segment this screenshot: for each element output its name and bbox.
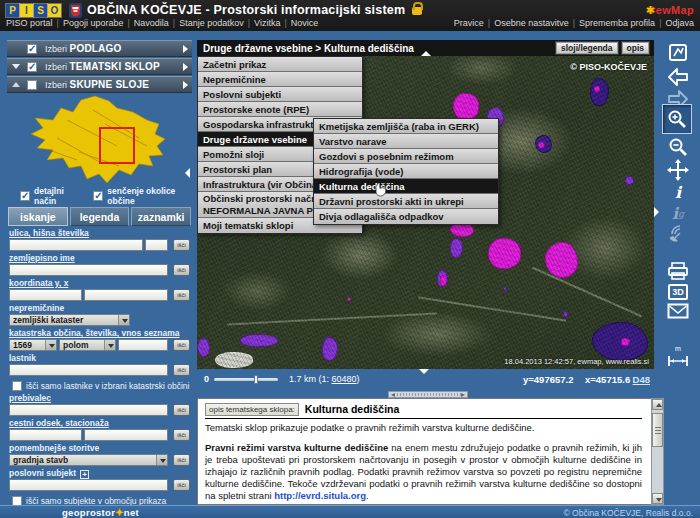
user-nav-link[interactable]: Sprememba profila [579, 18, 655, 30]
cadastral-search-button[interactable]: išči [173, 339, 190, 351]
top-nav-link[interactable]: Stanje podatkov [179, 18, 244, 30]
menu-item[interactable]: Začetni prikaz [198, 57, 362, 72]
owner-filter-checkbox[interactable] [12, 381, 22, 391]
geoprostor-logo[interactable]: geoprostor✦net [62, 507, 139, 518]
resident-search-button[interactable]: išči [173, 404, 190, 416]
description-button[interactable]: opis [622, 42, 649, 54]
coordinate-x-input[interactable] [84, 289, 168, 301]
scroll-right-icon[interactable] [461, 393, 465, 397]
menu-item[interactable]: Prostorske enote (RPE) [198, 102, 362, 117]
sidebar-section-skupni-sloji[interactable]: Izberi SKUPNE SLOJE [7, 76, 192, 93]
zoom-slider-track[interactable] [214, 378, 278, 381]
business-search-button[interactable]: išči [173, 479, 190, 491]
coordinate-y-input[interactable] [9, 289, 82, 301]
tematski-sklop-checkbox[interactable] [27, 62, 37, 72]
tab-iskanje[interactable]: iskanje [8, 207, 68, 226]
menu-item[interactable]: Poslovni subjekti [198, 87, 362, 102]
top-nav-link[interactable]: PISO portal [6, 18, 53, 30]
top-nav-link[interactable]: Navodila [134, 18, 169, 30]
scroll-up-icon[interactable] [652, 399, 663, 410]
road-section-label[interactable]: cestni odsek, stacionaža [9, 419, 190, 428]
cadastral-code-select[interactable]: 1569 [9, 339, 57, 351]
road-search-button[interactable]: išči [173, 429, 190, 441]
user-nav-link[interactable]: Pravice [454, 18, 484, 30]
podlaga-checkbox[interactable] [27, 44, 37, 54]
submenu-item[interactable]: Divja odlagališča odpadkov [314, 209, 498, 224]
map-viewport[interactable]: © PISO-KOČEVJE 18.04.2013 12:42:57, ewma… [197, 56, 654, 369]
resident-input[interactable] [9, 404, 168, 416]
sidebar-collapse-handle[interactable] [185, 168, 190, 178]
tab-zaznamki[interactable]: zaznamki [131, 207, 191, 226]
overview-tool-button[interactable] [666, 41, 690, 65]
submenu-item[interactable]: Kulturna dediščina [314, 179, 498, 194]
coordinate-search-label[interactable]: koordinata y, x [9, 279, 190, 288]
submenu-item[interactable]: Državni prostorski akti in ukrepi [314, 194, 498, 209]
geoname-search-label[interactable]: zemljepisno ime [9, 254, 190, 263]
horizontal-resize-handle[interactable] [388, 391, 468, 398]
business-input[interactable] [9, 479, 168, 491]
house-number-input[interactable] [145, 239, 168, 251]
piso-logo-letter: S [34, 4, 47, 17]
gps-tool-button[interactable] [666, 221, 690, 245]
business-filter-checkbox[interactable] [12, 496, 22, 506]
owner-search-button[interactable]: išči [173, 364, 190, 376]
mail-link-button[interactable] [666, 299, 690, 323]
measure-tool-button[interactable]: m [666, 346, 690, 370]
street-input[interactable] [9, 239, 143, 251]
tab-legenda[interactable]: legenda [70, 207, 130, 226]
sidebar-section-podlaga[interactable]: Izberi PODLAGO [7, 40, 192, 57]
owner-input[interactable] [9, 364, 168, 376]
top-nav-link[interactable]: Novice [291, 18, 319, 30]
resident-label[interactable]: prebivalec [9, 394, 190, 403]
top-nav-link[interactable]: Pogoji uporabe [63, 18, 124, 30]
expand-icon[interactable] [12, 82, 20, 87]
zoom-out-tool-button[interactable] [666, 135, 690, 159]
evrd-link[interactable]: http://evrd.situla.org [274, 490, 366, 501]
scroll-down-icon[interactable] [652, 493, 663, 504]
coordinate-search-button[interactable]: išči [173, 289, 190, 301]
detail-mode-checkbox[interactable] [20, 191, 30, 201]
submenu-item[interactable]: Varstvo narave [314, 134, 498, 149]
pan-tool-button[interactable] [666, 158, 690, 182]
user-nav-link[interactable]: Osebne nastavitve [494, 18, 569, 30]
layers-legend-button[interactable]: sloji/legenda [556, 42, 618, 54]
cadastral-label[interactable]: katastrska občina, številka, vnos seznam… [9, 329, 190, 338]
overview-minimap[interactable] [7, 94, 192, 186]
services-select[interactable]: gradnja stavb [9, 454, 168, 466]
description-scrollbar[interactable] [651, 398, 664, 505]
scroll-grip[interactable] [397, 393, 461, 396]
street-search-button[interactable]: išči [173, 239, 190, 251]
collapse-icon[interactable] [12, 64, 20, 69]
services-search-button[interactable]: išči [173, 454, 190, 466]
crs-link[interactable]: D48 [633, 374, 650, 385]
back-button[interactable] [666, 65, 690, 89]
top-nav-link[interactable]: Vizitka [254, 18, 280, 30]
lock-icon [412, 7, 422, 15]
parcel-number-input[interactable] [118, 339, 168, 351]
realestate-select[interactable]: zemljiški kataster [9, 314, 130, 326]
map-header-bar: Druge državne vsebine > Kulturna dedišči… [197, 40, 654, 56]
user-nav-link[interactable]: Odjava [665, 18, 694, 30]
skupni-sloji-checkbox[interactable] [27, 80, 37, 90]
submenu-item[interactable]: Hidrografija (vode) [314, 164, 498, 179]
toolbar-collapse-handle[interactable] [654, 207, 659, 217]
submenu-item[interactable]: Kmetijska zemljišča (raba in GERK) [314, 119, 498, 134]
expand-plus-icon[interactable]: + [80, 470, 89, 479]
geoname-input[interactable] [9, 264, 168, 276]
scroll-left-icon[interactable] [391, 393, 395, 397]
geoname-search-button[interactable]: išči [173, 264, 190, 276]
shading-checkbox[interactable] [93, 191, 103, 201]
scrollbar-thumb[interactable] [652, 413, 663, 447]
street-search-label[interactable]: ulica, hišna številka [9, 229, 190, 238]
road-section-input[interactable] [9, 429, 82, 441]
footer-collapse-handle[interactable] [419, 369, 429, 374]
zoom-slider-thumb[interactable] [254, 375, 258, 384]
cadastral-name-select[interactable]: polom [59, 339, 116, 351]
menu-item[interactable]: Nepremičnine [198, 72, 362, 87]
sidebar-section-tematski-sklop[interactable]: Izberi TEMATSKI SKLOP [7, 58, 192, 75]
submenu-item[interactable]: Gozdovi s posebnim režimom [314, 149, 498, 164]
zoom-in-tool-button[interactable] [663, 105, 691, 133]
scale-link[interactable]: 60480 [332, 374, 357, 384]
road-station-input[interactable] [84, 429, 168, 441]
description-tag-button[interactable]: opis tematskega sklopa: [205, 403, 299, 416]
